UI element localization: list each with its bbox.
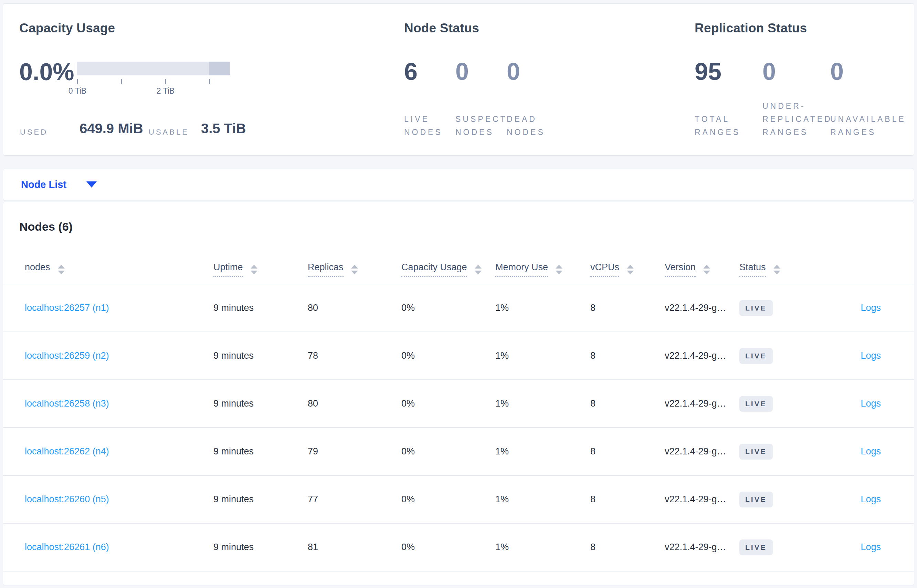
node-link[interactable]: localhost:26258 (n3) xyxy=(25,398,109,409)
node-link[interactable]: localhost:26261 (n6) xyxy=(25,542,109,552)
status-badge: LIVE xyxy=(739,396,773,412)
nodes-table: nodes Uptime Replicas Capacity Usage Mem… xyxy=(3,255,914,572)
vcpus-cell: 8 xyxy=(590,351,665,361)
live-nodes-count: 6 xyxy=(404,58,455,86)
capacity-cell: 0% xyxy=(401,303,495,313)
capacity-gauge xyxy=(77,61,230,75)
uptime-cell: 9 minutes xyxy=(213,446,308,457)
version-cell: v22.1.4-29-g… xyxy=(665,446,739,457)
capacity-cell: 0% xyxy=(401,398,495,409)
node-status-numbers: 6 0 0 xyxy=(404,58,558,86)
version-cell: v22.1.4-29-g… xyxy=(665,542,739,552)
logs-link[interactable]: Logs xyxy=(860,398,881,409)
status-badge: LIVE xyxy=(739,540,773,555)
memory-cell: 1% xyxy=(495,446,590,457)
sort-icon[interactable] xyxy=(58,265,65,275)
sort-icon[interactable] xyxy=(475,265,481,275)
logs-link[interactable]: Logs xyxy=(860,542,881,552)
node-row: localhost:26261 (n6) 9 minutes 81 0% 1% … xyxy=(3,523,914,572)
status-badge: LIVE xyxy=(739,444,773,460)
status-badge: LIVE xyxy=(739,492,773,507)
gauge-tick-label: 2 TiB xyxy=(157,86,174,96)
under-replicated-ranges-count: 0 xyxy=(762,58,830,86)
table-header-row: nodes Uptime Replicas Capacity Usage Mem… xyxy=(3,255,914,284)
uptime-cell: 9 minutes xyxy=(213,542,308,552)
sort-icon[interactable] xyxy=(703,265,710,275)
memory-cell: 1% xyxy=(495,303,590,313)
logs-link[interactable]: Logs xyxy=(860,494,881,504)
dead-nodes-label: DEAD NODES xyxy=(507,113,558,139)
column-header-nodes[interactable]: nodes xyxy=(25,262,213,277)
column-header-vcpus[interactable]: vCPUs xyxy=(590,262,665,277)
version-cell: v22.1.4-29-g… xyxy=(665,303,739,313)
memory-cell: 1% xyxy=(495,351,590,361)
vcpus-cell: 8 xyxy=(590,542,665,552)
replicas-cell: 80 xyxy=(308,303,401,313)
node-row: localhost:26259 (n2) 9 minutes 78 0% 1% … xyxy=(3,332,914,380)
replicas-cell: 81 xyxy=(308,542,401,552)
node-link[interactable]: localhost:26257 (n1) xyxy=(25,303,109,313)
capacity-cell: 0% xyxy=(401,494,495,505)
column-header-replicas[interactable]: Replicas xyxy=(308,262,401,277)
logs-link[interactable]: Logs xyxy=(860,446,881,457)
capacity-cell: 0% xyxy=(401,542,495,552)
suspect-nodes-count: 0 xyxy=(455,58,507,86)
node-list-dropdown[interactable]: Node List xyxy=(21,169,97,200)
sort-icon[interactable] xyxy=(250,265,257,275)
column-header-version[interactable]: Version xyxy=(665,262,739,277)
capacity-cell: 0% xyxy=(401,351,495,361)
replicas-cell: 80 xyxy=(308,398,401,409)
sort-icon[interactable] xyxy=(351,265,358,275)
capacity-cell: 0% xyxy=(401,446,495,457)
node-list-dropdown-label: Node List xyxy=(21,179,66,191)
gauge-tick xyxy=(121,79,122,84)
dead-nodes-count: 0 xyxy=(507,58,558,86)
column-header-status[interactable]: Status xyxy=(739,262,809,277)
column-header-uptime[interactable]: Uptime xyxy=(213,262,308,277)
vcpus-cell: 8 xyxy=(590,446,665,457)
memory-cell: 1% xyxy=(495,398,590,409)
memory-cell: 1% xyxy=(495,542,590,552)
capacity-percent: 0.0% xyxy=(19,58,74,86)
sort-icon[interactable] xyxy=(773,265,780,275)
replicas-cell: 79 xyxy=(308,446,401,457)
cluster-summary-card: Capacity Usage 0.0% 0 TiB 2 TiB USED 649… xyxy=(3,3,914,156)
nodes-heading: Nodes (6) xyxy=(19,220,73,233)
uptime-cell: 9 minutes xyxy=(213,494,308,505)
used-value: 649.9 MiB xyxy=(79,121,143,136)
under-replicated-ranges-label: UNDER- REPLICATED RANGES xyxy=(762,100,830,139)
version-cell: v22.1.4-29-g… xyxy=(665,494,739,505)
node-link[interactable]: localhost:26262 (n4) xyxy=(25,446,109,457)
replication-labels: TOTAL RANGES UNDER- REPLICATED RANGES UN… xyxy=(695,94,898,139)
status-badge: LIVE xyxy=(739,300,773,316)
node-row: localhost:26260 (n5) 9 minutes 77 0% 1% … xyxy=(3,476,914,523)
unavailable-ranges-label: UNAVAILABLE RANGES xyxy=(830,113,898,139)
sort-icon[interactable] xyxy=(555,265,562,275)
unavailable-ranges-count: 0 xyxy=(830,58,898,86)
node-link[interactable]: localhost:26259 (n2) xyxy=(25,351,109,361)
vcpus-cell: 8 xyxy=(590,494,665,505)
gauge-tick-label: 0 TiB xyxy=(68,86,86,96)
status-badge: LIVE xyxy=(739,348,773,364)
node-status-labels: LIVE NODES SUSPECT NODES DEAD NODES xyxy=(404,94,558,139)
gauge-tick xyxy=(209,79,210,84)
vcpus-cell: 8 xyxy=(590,398,665,409)
view-selector-bar: Node List xyxy=(3,169,914,200)
vcpus-cell: 8 xyxy=(590,303,665,313)
replicas-cell: 78 xyxy=(308,351,401,361)
column-header-capacity-usage[interactable]: Capacity Usage xyxy=(401,262,495,277)
live-nodes-label: LIVE NODES xyxy=(404,113,455,139)
sort-icon[interactable] xyxy=(627,265,634,275)
replication-status-title: Replication Status xyxy=(695,21,807,36)
node-link[interactable]: localhost:26260 (n5) xyxy=(25,494,109,504)
uptime-cell: 9 minutes xyxy=(213,303,308,313)
gauge-tick xyxy=(77,79,78,84)
gauge-tick xyxy=(165,79,166,84)
logs-link[interactable]: Logs xyxy=(860,351,881,361)
usable-label: USABLE xyxy=(149,128,189,137)
logs-link[interactable]: Logs xyxy=(860,303,881,313)
capacity-gauge-segment xyxy=(209,61,230,75)
total-ranges-count: 95 xyxy=(695,58,762,86)
capacity-usage-title: Capacity Usage xyxy=(19,21,115,36)
column-header-memory-use[interactable]: Memory Use xyxy=(495,262,590,277)
